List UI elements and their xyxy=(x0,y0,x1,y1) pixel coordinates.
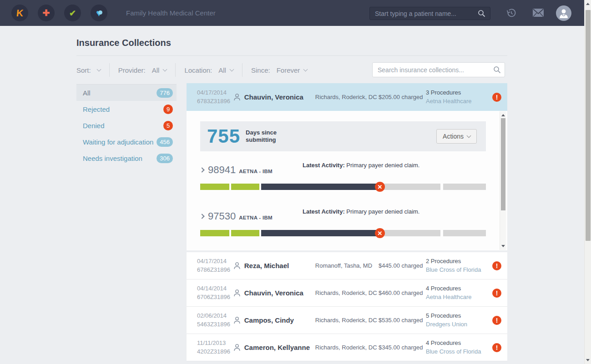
status-sidebar: All 776 Rejected 9 Denied 5 Waiting for … xyxy=(76,84,177,166)
payer-name[interactable]: Dredgers Union xyxy=(426,320,492,329)
sidebar-item-needs-investigation[interactable]: Needs investigation 306 xyxy=(76,150,177,166)
claim-progress-bar: ✕ xyxy=(200,184,486,190)
claims-list: 04/17/2014 6783Z31896 Chauvin, Veronica … xyxy=(187,83,507,361)
actions-button[interactable]: Actions xyxy=(436,129,477,144)
provider-label: Provider: xyxy=(118,66,146,74)
person-icon xyxy=(233,262,241,269)
provider-filter[interactable]: Provider: All xyxy=(118,66,167,74)
patient-search-input[interactable] xyxy=(369,7,490,20)
patient-cell: Reza, Michael xyxy=(233,262,315,269)
procedures-count: 3 Procedures xyxy=(426,89,492,97)
provider-name: Richards, Roderick, DC xyxy=(315,317,379,324)
collections-search-input[interactable] xyxy=(372,62,505,77)
procedures-count: 2 Procedures xyxy=(426,257,492,266)
scroll-up-icon[interactable] xyxy=(501,114,505,116)
payer-name[interactable]: Aetna Healthcare xyxy=(426,293,492,302)
sidebar-item-waiting-for-adjudication[interactable]: Waiting for adjudication 456 xyxy=(76,134,177,150)
sidebar-item-all[interactable]: All 776 xyxy=(76,85,177,101)
progress-segment-pending xyxy=(383,184,440,190)
provider-name: Richards, Roderick, DC xyxy=(315,344,379,351)
procedure-block: 97530 AETNA - IBM Latest Activity: Prima… xyxy=(200,206,486,236)
latest-activity-label: Latest Activity: xyxy=(303,162,345,169)
claim-date-id: 02/06/2014 5463Z31896 xyxy=(187,312,233,329)
claim-row[interactable]: 02/06/2014 5463Z31896 Campos, Cindy Rich… xyxy=(187,307,507,334)
scroll-down-icon[interactable] xyxy=(586,359,590,361)
heart-glyph: ♥ xyxy=(96,8,101,18)
tasks-check-icon[interactable]: ✔ xyxy=(64,5,81,21)
progress-segment-complete xyxy=(231,184,259,190)
person-icon xyxy=(233,316,241,324)
procedures-count: 4 Procedures xyxy=(426,339,492,348)
panel-scrollbar[interactable] xyxy=(500,111,506,250)
chevron-down-icon xyxy=(163,67,167,71)
claim-date-id: 04/14/2014 6706Z31896 xyxy=(187,284,233,302)
sidebar-item-rejected[interactable]: Rejected 9 xyxy=(76,101,177,117)
sort-filter[interactable]: Sort: xyxy=(76,66,101,74)
title-divider xyxy=(76,55,507,56)
patient-heart-icon[interactable]: ♥ xyxy=(91,5,107,21)
scroll-up-icon[interactable] xyxy=(586,3,590,5)
procedures-cell: 4 Procedures Aetna Healthcare xyxy=(426,284,492,302)
latest-activity-text: Primary payer denied claim. xyxy=(346,208,419,215)
payer-name[interactable]: Blue Cross of Florida xyxy=(426,348,492,356)
chevron-down-icon xyxy=(303,67,308,71)
claim-row-selected[interactable]: 04/17/2014 6783Z31896 Chauvin, Veronica … xyxy=(187,83,507,111)
procedure-code[interactable]: 98941 xyxy=(208,164,236,176)
progress-segment-pending xyxy=(443,184,486,190)
alert-icon[interactable]: ! xyxy=(492,93,501,102)
scrollbar-thumb[interactable] xyxy=(586,10,591,241)
payer-name[interactable]: Aetna Healthcare xyxy=(426,97,492,106)
alert-icon[interactable]: ! xyxy=(492,261,501,270)
denied-x-icon[interactable]: ✕ xyxy=(375,228,385,238)
claim-date-id: 04/17/2014 6783Z31896 xyxy=(187,89,233,106)
person-icon xyxy=(233,289,241,297)
payer-name[interactable]: Blue Cross of Florida xyxy=(426,266,492,274)
check-glyph: ✔ xyxy=(69,8,76,18)
claim-date: 11/11/2013 xyxy=(197,339,233,348)
claim-date-id: 11/11/2013 4202Z31896 xyxy=(187,339,233,356)
claim-progress-bar: ✕ xyxy=(200,230,486,236)
alert-icon[interactable]: ! xyxy=(492,343,501,352)
sidebar-item-label: Needs investigation xyxy=(83,155,142,162)
search-icon[interactable] xyxy=(478,10,485,19)
procedures-cell: 5 Procedures Dredgers Union xyxy=(426,312,492,329)
expand-chevron-icon[interactable] xyxy=(199,167,204,172)
patient-cell: Cameron, Kellyanne xyxy=(233,344,315,351)
alert-icon[interactable]: ! xyxy=(492,316,501,325)
patient-name: Chauvin, Veronica xyxy=(244,289,303,297)
window-scrollbar[interactable] xyxy=(584,0,591,364)
person-icon xyxy=(233,344,241,351)
sidebar-item-denied[interactable]: Denied 5 xyxy=(76,117,177,134)
kareo-logo-icon[interactable]: K xyxy=(11,5,28,21)
history-icon[interactable] xyxy=(506,8,517,20)
search-icon[interactable] xyxy=(493,66,501,75)
since-filter[interactable]: Since: Forever xyxy=(251,66,307,74)
days-since-value: 755 xyxy=(207,125,240,147)
location-filter[interactable]: Location: All xyxy=(184,66,233,74)
messages-icon[interactable] xyxy=(532,8,544,20)
sidebar-item-label: Denied xyxy=(83,122,105,130)
provider-value: All xyxy=(152,66,160,74)
procedures-cell: 4 Procedures Blue Cross of Florida xyxy=(426,339,492,356)
claim-row[interactable]: 04/17/2014 6786Z31896 Reza, Michael Roma… xyxy=(187,252,507,279)
procedure-code[interactable]: 97530 xyxy=(208,210,236,222)
scroll-down-icon[interactable] xyxy=(501,245,505,247)
charged-amount: $445.00 charged xyxy=(379,262,426,269)
expand-chevron-icon[interactable] xyxy=(199,214,204,219)
claim-id: 4202Z31896 xyxy=(197,348,233,356)
denied-x-icon[interactable]: ✕ xyxy=(375,182,385,192)
cross-glyph: ✚ xyxy=(43,8,50,18)
medical-cross-icon[interactable]: ✚ xyxy=(38,5,55,21)
claim-row[interactable]: 11/11/2013 4202Z31896 Cameron, Kellyanne… xyxy=(187,334,507,361)
claim-id: 6786Z31896 xyxy=(197,266,233,274)
user-avatar[interactable] xyxy=(556,5,571,21)
patient-name: Reza, Michael xyxy=(244,262,289,269)
alert-icon[interactable]: ! xyxy=(492,289,501,298)
location-label: Location: xyxy=(184,66,212,74)
provider-name: Richards, Roderick, DC xyxy=(315,94,379,100)
scrollbar-thumb[interactable] xyxy=(501,118,505,210)
count-badge: 5 xyxy=(163,121,173,130)
procedure-plan: AETNA - IBM xyxy=(239,215,273,220)
claim-row[interactable]: 04/14/2014 6706Z31896 Chauvin, Veronica … xyxy=(187,279,507,307)
chevron-down-icon xyxy=(230,67,234,71)
